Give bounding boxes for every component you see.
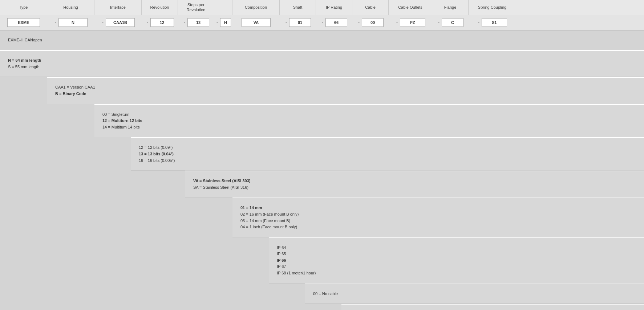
- interface-line-2: B = Binary Code: [55, 91, 636, 97]
- type-line-1: EXME-H CANopen: [8, 37, 636, 44]
- sep9: -: [396, 20, 398, 25]
- value-cell-cable: - 00: [352, 18, 389, 27]
- col-header-type: Type: [0, 0, 47, 15]
- value-cell-shaft: - 01: [280, 18, 316, 27]
- col-header-spring: Spring Coupling: [469, 0, 516, 15]
- value-cell-composition: VA: [232, 18, 280, 27]
- value-cell-outlets: - FZ: [389, 18, 432, 27]
- sep2: -: [101, 20, 104, 25]
- value-box-housing[interactable]: N: [58, 18, 88, 27]
- comp-line-1: VA = Stainless Steel (AISI 303): [193, 178, 636, 184]
- value-box-spring[interactable]: S1: [482, 18, 507, 27]
- content-area: EXME-H CANopen N = 64 mm length S = 55 m…: [0, 30, 644, 310]
- housing-section: N = 64 mm length S = 55 mm length: [0, 50, 644, 77]
- comp-line-2: SA = Stainless Steel (AISI 316): [193, 184, 636, 191]
- cable-content: 00 = No cable: [309, 288, 640, 300]
- col-header-iprating: IP Rating: [316, 0, 352, 15]
- value-box-steps[interactable]: 13: [187, 18, 209, 27]
- col-header-revolution: Revolution: [142, 0, 178, 15]
- cable-section: 00 = No cable: [305, 284, 644, 304]
- value-cell-spring: - S1: [469, 18, 516, 27]
- col-header-composition: Composition: [232, 0, 280, 15]
- sep5: -: [216, 20, 219, 25]
- outlets-content: FZ = Side Standard (2 outlets) FE = Side…: [346, 308, 640, 310]
- sep8: -: [357, 20, 360, 25]
- col-header-cable: Cable: [352, 0, 389, 15]
- value-cell-iprating: - 66: [316, 18, 352, 27]
- value-cell-housing: - N: [47, 18, 94, 27]
- steps-section: 12 = 12 bits (0.09°) 13 = 13 bits (0.04°…: [131, 137, 644, 171]
- ip-line-4: IP 67: [277, 264, 636, 270]
- type-section: EXME-H CANopen: [0, 30, 644, 50]
- value-box-outlets[interactable]: FZ: [400, 18, 425, 27]
- main-wrapper: Type Housing Interface Revolution Steps …: [0, 0, 644, 310]
- composition-section: VA = Stainless Steel (AISI 303) SA = Sta…: [185, 171, 644, 197]
- col-header-shaft: Shaft: [280, 0, 316, 15]
- shaft-section: 01 = 14 mm 02 = 16 mm (Face mount B only…: [232, 197, 644, 237]
- col-header-steps: Steps perRevolution: [178, 0, 214, 15]
- iprating-section: IP 64 IP 65 IP 66 IP 67 IP 68 (1 meter/1…: [269, 237, 644, 284]
- outlets-section: FZ = Side Standard (2 outlets) FE = Side…: [341, 304, 644, 310]
- value-box-revolution[interactable]: 12: [150, 18, 174, 27]
- steps-content: 12 = 12 bits (0.09°) 13 = 13 bits (0.04°…: [135, 142, 640, 167]
- steps-line-2: 13 = 13 bits (0.04°): [139, 151, 636, 158]
- interface-section: CAA1 = Version CAA1 B = Binary Code: [47, 77, 644, 104]
- shaft-line-4: 04 = 1 inch (Face mount B only): [240, 224, 636, 231]
- ip-line-5: IP 68 (1 meter/1 hour): [277, 270, 636, 277]
- rev-line-2: 12 = Multiturn 12 bits: [102, 118, 636, 124]
- value-box-interface[interactable]: CAA1B: [106, 18, 135, 27]
- value-cell-flange: - C: [432, 18, 469, 27]
- value-box-composition[interactable]: VA: [242, 18, 271, 27]
- value-row: EXME - N - CAA1B - 12 - 13 - H VA - 01: [0, 15, 644, 30]
- ip-line-3: IP 66: [277, 257, 636, 264]
- composition-content: VA = Stainless Steel (AISI 303) SA = Sta…: [190, 175, 640, 193]
- sep11: -: [477, 20, 480, 25]
- header-row: Type Housing Interface Revolution Steps …: [0, 0, 644, 15]
- steps-line-3: 16 = 16 bits (0.005°): [139, 158, 636, 164]
- sep10: -: [437, 20, 440, 25]
- value-box-flange[interactable]: C: [442, 18, 463, 27]
- value-cell-type: EXME: [0, 18, 47, 27]
- revolution-section: 00 = Singleturn 12 = Multiturn 12 bits 1…: [94, 104, 644, 138]
- value-box-cable[interactable]: 00: [362, 18, 384, 27]
- iprating-content: IP 64 IP 65 IP 66 IP 67 IP 68 (1 meter/1…: [273, 242, 640, 280]
- rev-line-3: 14 = Multiturn 14 bits: [102, 124, 636, 131]
- ip-line-1: IP 64: [277, 245, 636, 251]
- sep3: -: [146, 20, 149, 25]
- shaft-line-2: 02 = 16 mm (Face mount B only): [240, 211, 636, 218]
- shaft-content: 01 = 14 mm 02 = 16 mm (Face mount B only…: [237, 202, 640, 233]
- value-box-iprating[interactable]: 66: [325, 18, 347, 27]
- type-content: EXME-H CANopen: [4, 34, 640, 46]
- sep6: -: [285, 20, 288, 25]
- col-header-interface: Interface: [94, 0, 142, 15]
- steps-line-1: 12 = 12 bits (0.09°): [139, 144, 636, 151]
- revolution-content: 00 = Singleturn 12 = Multiturn 12 bits 1…: [99, 109, 640, 134]
- value-box-h[interactable]: H: [220, 18, 231, 27]
- shaft-line-1: 01 = 14 mm: [240, 205, 636, 211]
- ip-line-2: IP 65: [277, 251, 636, 257]
- rev-line-1: 00 = Singleturn: [102, 111, 636, 118]
- housing-content: N = 64 mm length S = 55 mm length: [4, 54, 640, 73]
- interface-line-1: CAA1 = Version CAA1: [55, 84, 636, 91]
- interface-content: CAA1 = Version CAA1 B = Binary Code: [52, 81, 640, 100]
- housing-line-1: N = 64 mm length: [8, 57, 636, 64]
- col-header-flange: Flange: [432, 0, 469, 15]
- col-header-housing: Housing: [47, 0, 94, 15]
- shaft-line-3: 03 = 14 mm (Face mount B): [240, 218, 636, 224]
- value-box-shaft[interactable]: 01: [289, 18, 311, 27]
- sep4: -: [183, 20, 186, 25]
- sep1: -: [54, 20, 57, 25]
- cable-line-1: 00 = No cable: [313, 291, 636, 297]
- value-cell-revolution: - 12: [142, 18, 178, 27]
- col-header-outlets: Cable Outlets: [389, 0, 432, 15]
- col-header-h: [214, 0, 232, 15]
- value-cell-steps: - 13: [178, 18, 214, 27]
- value-cell-interface: - CAA1B: [94, 18, 142, 27]
- value-box-type[interactable]: EXME: [7, 18, 40, 27]
- value-cell-h: - H: [214, 18, 232, 27]
- sep7: -: [321, 20, 324, 25]
- housing-line-2: S = 55 mm length: [8, 64, 636, 70]
